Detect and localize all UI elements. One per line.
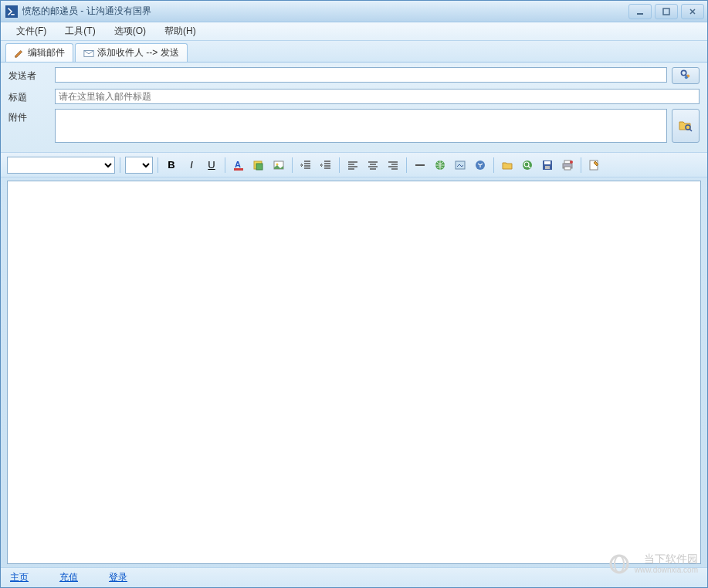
svg-rect-1 <box>637 13 643 15</box>
font-family-select[interactable] <box>7 157 115 174</box>
subject-label: 标题 <box>8 89 55 104</box>
svg-rect-22 <box>545 166 550 169</box>
close-button[interactable] <box>681 4 704 19</box>
titlebar: 愤怒的邮递员 - 让沟通没有国界 <box>1 1 707 22</box>
underline-button[interactable]: U <box>203 157 220 174</box>
preview-button[interactable] <box>519 157 536 174</box>
svg-point-6 <box>685 76 688 79</box>
toolbar-separator <box>158 157 158 173</box>
svg-rect-11 <box>256 164 263 170</box>
menu-tools[interactable]: 工具(T) <box>56 22 104 41</box>
insert-picture-button[interactable] <box>452 157 469 174</box>
compose-form: 发送者 标题 附件 <box>1 63 707 153</box>
search-people-icon <box>678 69 693 83</box>
font-color-select[interactable] <box>125 157 153 174</box>
svg-text:A: A <box>235 160 241 169</box>
insert-link-button[interactable] <box>432 157 449 174</box>
status-login-link[interactable]: 登录 <box>109 571 127 584</box>
edit-source-button[interactable] <box>586 157 603 174</box>
toolbar-separator <box>406 157 407 173</box>
indent-button[interactable] <box>317 157 334 174</box>
editor-body[interactable] <box>7 181 701 564</box>
print-button[interactable] <box>559 157 576 174</box>
svg-rect-14 <box>415 164 425 166</box>
attachment-row: 附件 <box>8 109 700 143</box>
font-color-button[interactable]: A <box>230 157 247 174</box>
svg-rect-2 <box>663 8 669 15</box>
toolbar-separator <box>120 157 120 173</box>
sender-browse-button[interactable] <box>672 67 700 84</box>
sender-label: 发送者 <box>8 67 55 83</box>
outdent-button[interactable] <box>297 157 314 174</box>
maximize-button[interactable] <box>655 4 678 19</box>
statusbar: 主页 充值 登录 <box>1 567 707 587</box>
status-home-link[interactable]: 主页 <box>10 571 29 584</box>
attachment-input[interactable] <box>55 109 667 143</box>
toolbar-separator <box>225 157 225 173</box>
menubar: 文件(F) 工具(T) 选项(O) 帮助(H) <box>1 22 707 41</box>
toolbar-separator <box>581 157 581 173</box>
sender-input[interactable] <box>55 67 667 83</box>
toolbar-separator <box>339 157 340 173</box>
editor-toolbar: B I U A <box>1 153 707 177</box>
tab-add-recipients[interactable]: 添加收件人 --> 发送 <box>75 43 188 62</box>
align-left-button[interactable] <box>344 157 361 174</box>
sender-row: 发送者 <box>8 67 700 84</box>
app-window: 愤怒的邮递员 - 让沟通没有国界 文件(F) 工具(T) 选项(O) 帮助(H)… <box>0 0 708 588</box>
open-button[interactable] <box>499 157 516 174</box>
align-center-button[interactable] <box>364 157 381 174</box>
align-right-button[interactable] <box>384 157 401 174</box>
svg-rect-25 <box>564 167 571 170</box>
attachment-browse-button[interactable] <box>672 109 700 143</box>
menu-help[interactable]: 帮助(H) <box>155 22 205 41</box>
menu-options[interactable]: 选项(O) <box>105 22 155 41</box>
window-controls <box>628 4 707 19</box>
folder-search-icon <box>678 117 693 135</box>
minimize-button[interactable] <box>628 4 652 19</box>
italic-button[interactable]: I <box>183 157 200 174</box>
window-title: 愤怒的邮递员 - 让沟通没有国界 <box>22 5 151 18</box>
insert-symbol-button[interactable] <box>472 157 489 174</box>
tab-edit-label: 编辑邮件 <box>28 46 65 59</box>
toolbar-separator <box>493 157 494 173</box>
subject-input[interactable] <box>55 89 700 104</box>
insert-image-button[interactable] <box>270 157 287 174</box>
svg-rect-9 <box>234 168 243 171</box>
tabbar: 编辑邮件 添加收件人 --> 发送 <box>1 41 707 63</box>
save-button[interactable] <box>539 157 556 174</box>
attachment-label: 附件 <box>8 109 55 124</box>
app-icon <box>5 5 18 18</box>
bold-button[interactable]: B <box>163 157 180 174</box>
svg-point-4 <box>681 70 686 75</box>
toolbar-separator <box>292 157 293 173</box>
svg-point-26 <box>570 161 573 164</box>
svg-rect-21 <box>544 161 550 164</box>
highlight-button[interactable] <box>250 157 267 174</box>
envelope-icon <box>83 48 94 59</box>
menu-file[interactable]: 文件(F) <box>7 22 56 41</box>
edit-icon <box>14 48 25 59</box>
subject-row: 标题 <box>8 89 700 104</box>
svg-rect-23 <box>564 161 571 164</box>
horizontal-rule-button[interactable] <box>412 157 429 174</box>
tab-edit-mail[interactable]: 编辑邮件 <box>5 43 73 62</box>
tab-send-label: 添加收件人 --> 发送 <box>97 46 179 59</box>
svg-rect-0 <box>11 14 15 15</box>
status-recharge-link[interactable]: 充值 <box>59 571 78 584</box>
